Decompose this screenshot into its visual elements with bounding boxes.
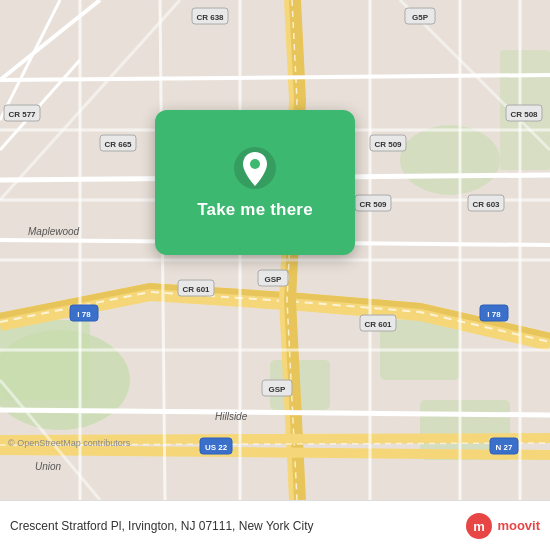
svg-text:CR 577: CR 577 xyxy=(8,110,36,119)
svg-text:CR 665: CR 665 xyxy=(104,140,132,149)
svg-text:I 78: I 78 xyxy=(77,310,91,319)
svg-point-46 xyxy=(250,159,260,169)
svg-text:GSP: GSP xyxy=(265,275,283,284)
osm-credit: © OpenStreetMap contributors xyxy=(8,438,130,448)
svg-text:G5P: G5P xyxy=(412,13,429,22)
moovit-text: moovit xyxy=(497,518,540,533)
cta-card[interactable]: Take me there xyxy=(155,110,355,255)
svg-text:m: m xyxy=(474,519,486,534)
svg-text:GSP: GSP xyxy=(269,385,287,394)
svg-text:Union: Union xyxy=(35,461,62,472)
svg-rect-2 xyxy=(0,320,90,400)
svg-text:CR 601: CR 601 xyxy=(364,320,392,329)
bottom-bar: Crescent Stratford Pl, Irvington, NJ 071… xyxy=(0,500,550,550)
svg-text:CR 603: CR 603 xyxy=(472,200,500,209)
svg-text:CR 601: CR 601 xyxy=(182,285,210,294)
moovit-icon: m xyxy=(465,512,493,540)
svg-text:CR 509: CR 509 xyxy=(374,140,402,149)
svg-text:I 78: I 78 xyxy=(487,310,501,319)
map-container: CR 638 G5P CR 577 CR 665 CR 510 CR 509 C… xyxy=(0,0,550,500)
cta-label: Take me there xyxy=(197,200,313,220)
svg-text:CR 638: CR 638 xyxy=(196,13,224,22)
svg-text:CR 509: CR 509 xyxy=(359,200,387,209)
svg-point-6 xyxy=(400,125,500,195)
svg-text:CR 508: CR 508 xyxy=(510,110,538,119)
moovit-logo: m moovit xyxy=(465,512,540,540)
svg-text:US 22: US 22 xyxy=(205,443,228,452)
address-text: Crescent Stratford Pl, Irvington, NJ 071… xyxy=(10,519,465,533)
svg-text:N 27: N 27 xyxy=(496,443,513,452)
svg-text:Maplewood: Maplewood xyxy=(28,226,80,237)
svg-text:Hillside: Hillside xyxy=(215,411,248,422)
map-pin-icon xyxy=(233,146,277,190)
